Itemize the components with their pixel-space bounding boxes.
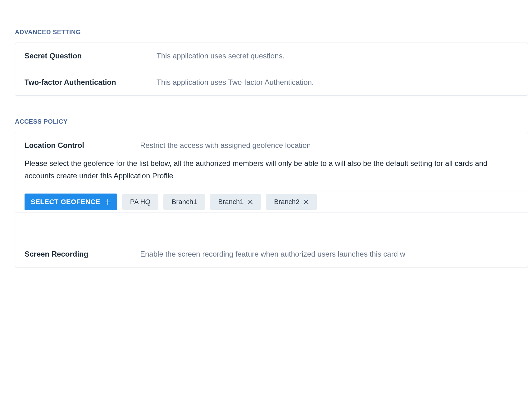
screen-recording-row[interactable]: Screen Recording Enable the screen recor… <box>15 241 528 267</box>
geofence-chip[interactable]: Branch2 <box>266 194 317 210</box>
secret-question-desc: This application uses secret questions. <box>157 52 284 60</box>
access-policy-header: ACCESS POLICY <box>15 118 528 125</box>
two-factor-desc: This application uses Two-factor Authent… <box>157 78 314 87</box>
geofence-chip[interactable]: Branch1 <box>163 194 205 210</box>
advanced-setting-section: ADVANCED SETTING Secret Question This ap… <box>15 29 528 96</box>
close-icon[interactable] <box>304 199 309 204</box>
screen-recording-desc: Enable the screen recording feature when… <box>140 250 405 258</box>
select-geofence-button[interactable]: SELECT GEOFENCE <box>25 194 117 210</box>
geofence-chip-label: Branch2 <box>274 198 299 206</box>
location-control-row: Location Control Restrict the access wit… <box>15 132 528 153</box>
access-policy-card: Location Control Restrict the access wit… <box>15 132 528 267</box>
two-factor-row[interactable]: Two-factor Authentication This applicati… <box>15 69 528 95</box>
two-factor-label: Two-factor Authentication <box>25 78 157 87</box>
close-icon[interactable] <box>248 199 253 204</box>
geofence-chip-label: PA HQ <box>130 198 151 206</box>
advanced-setting-card: Secret Question This application uses se… <box>15 43 528 96</box>
location-control-label: Location Control <box>25 141 140 150</box>
advanced-setting-header: ADVANCED SETTING <box>15 29 528 36</box>
access-policy-section: ACCESS POLICY Location Control Restrict … <box>15 118 528 267</box>
geofence-chips-row: SELECT GEOFENCE PA HQ Branch1 Branch1 Br… <box>15 191 528 213</box>
geofence-chip-label: Branch1 <box>171 198 197 206</box>
select-geofence-button-label: SELECT GEOFENCE <box>31 198 100 206</box>
spacer <box>15 213 528 241</box>
location-control-body: Please select the geofence for the list … <box>15 153 528 191</box>
geofence-chip[interactable]: Branch1 <box>210 194 261 210</box>
geofence-chip[interactable]: PA HQ <box>122 194 159 210</box>
geofence-chip-label: Branch1 <box>218 198 244 206</box>
plus-icon <box>105 199 111 205</box>
secret-question-label: Secret Question <box>25 52 157 60</box>
secret-question-row[interactable]: Secret Question This application uses se… <box>15 43 528 69</box>
location-control-desc: Restrict the access with assigned geofen… <box>140 141 311 150</box>
screen-recording-label: Screen Recording <box>25 250 140 258</box>
